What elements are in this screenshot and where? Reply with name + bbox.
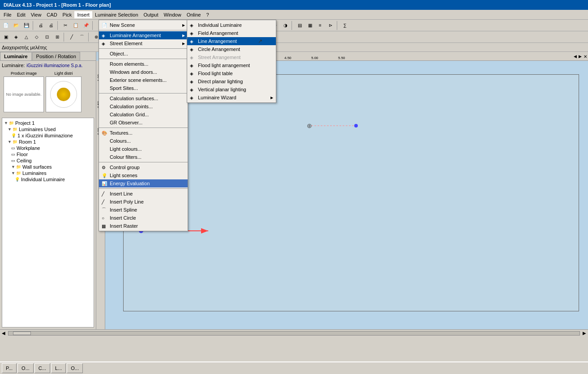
close-view-btn[interactable]: ✕ — [583, 53, 588, 60]
menu-room-el[interactable]: Room elements... — [99, 60, 188, 68]
scroll-track[interactable] — [8, 331, 580, 336]
submenu-indiv-lum[interactable]: ◈ Individual Luminaire — [187, 21, 276, 29]
tree-indiv-lum[interactable]: 💡 Individual Luminaire — [4, 176, 92, 183]
light-dist-label: Light distri — [54, 71, 73, 76]
tb-misc1[interactable]: ▤ — [295, 21, 305, 30]
menu-lumsel[interactable]: Luminaire Selection — [92, 11, 141, 18]
tb-new[interactable]: 📄 — [1, 21, 11, 30]
tree-ceiling[interactable]: ▭ Ceiling — [4, 157, 92, 164]
taskbar-o-btn[interactable]: O... — [17, 363, 34, 373]
tb2-line[interactable]: ╱ — [67, 32, 77, 42]
tb-open[interactable]: 📂 — [11, 21, 21, 30]
insert-circle-icon: ○ — [102, 216, 104, 221]
scroll-right-btn[interactable]: ▶ — [581, 331, 588, 336]
nav-right-arrow[interactable]: ▶ — [578, 53, 583, 60]
scroll-thumb[interactable] — [13, 332, 31, 335]
menu-lum-arr[interactable]: ◈ Luminaire Arrangement — [99, 31, 188, 39]
tb-misc4[interactable]: ⊳ — [326, 21, 335, 30]
menu-light-col[interactable]: Light colours... — [99, 145, 188, 153]
menu-view[interactable]: View — [28, 11, 44, 18]
tree-iguzzini[interactable]: 💡 1 x iGuzzini illuminazione — [4, 132, 92, 139]
sep3 — [99, 59, 188, 59]
menu-col-filters[interactable]: Colour filters... — [99, 153, 188, 161]
tb-misc2[interactable]: ▦ — [305, 21, 315, 30]
submenu-flood-tbl[interactable]: ◈ Flood light table — [187, 69, 276, 77]
menu-window[interactable]: Window — [161, 11, 184, 18]
lum-arr-submenu: ◈ Individual Luminaire ◈ Field Arrangeme… — [187, 20, 276, 103]
tree-room1[interactable]: ▼ 📁 Room 1 — [4, 139, 92, 145]
taskbar-l-btn[interactable]: L... — [51, 363, 66, 373]
menu-sport-sites[interactable]: Sport Sites... — [99, 84, 188, 92]
menu-edit[interactable]: Edit — [14, 11, 28, 18]
tab-position-rotation[interactable]: Position / Rotation — [32, 52, 80, 60]
tree-luminaires-grp[interactable]: ▼ 📁 Luminaires — [4, 170, 92, 176]
toolbar-row-1: 📄 📂 💾 🖨 🖨 ✂ 📋 📌 ↩ ↪ 🔍 🔍 ⊞ ⊡ ⬡ ⬜ ◧ ↖ ✛ ↻ … — [0, 20, 588, 31]
tb-calc[interactable]: ∑ — [340, 21, 350, 30]
menu-calc-grid[interactable]: Calculation Grid... — [99, 110, 188, 119]
menu-new-scene[interactable]: 📄 New Scene — [99, 21, 188, 29]
menu-calc-pts[interactable]: Calculation points... — [99, 102, 188, 110]
tb-light2[interactable]: ◑ — [280, 21, 290, 30]
menu-ext-scene[interactable]: Exterior scene elements... — [99, 76, 188, 84]
tree-workplane[interactable]: ▭ Workplane — [4, 145, 92, 151]
tb2-curve[interactable]: ⌒ — [77, 32, 87, 42]
submenu-direct-plan[interactable]: ◈ Direct planar lighting — [187, 77, 276, 85]
menu-online[interactable]: Online — [184, 11, 204, 18]
menu-win-doors[interactable]: Windows and doors... — [99, 68, 188, 76]
tb-print[interactable]: 🖨 — [36, 21, 46, 30]
menu-output[interactable]: Output — [141, 11, 161, 18]
direct-plan-icon: ◈ — [190, 79, 193, 84]
sep5 — [99, 128, 188, 128]
tree-lum-used[interactable]: ▼ 📁 Luminaires Used — [4, 126, 92, 132]
tb2-snap2[interactable]: ◈ — [11, 32, 21, 42]
tb-print2[interactable]: 🖨 — [46, 21, 56, 30]
tb2-snap5[interactable]: ⊡ — [42, 32, 52, 42]
bottom-scrollbar[interactable]: ◀ ▶ — [0, 329, 588, 336]
submenu-field-arr[interactable]: ◈ Field Arrangement — [187, 29, 276, 37]
tb2-snap4[interactable]: ◇ — [32, 32, 42, 42]
light-dist-inner — [57, 88, 70, 101]
menu-insert-raster[interactable]: ▦ Insert Raster — [99, 222, 188, 230]
menu-gr-obs[interactable]: GR Observer... — [99, 119, 188, 127]
menu-insert[interactable]: Insert — [74, 11, 92, 18]
menu-pick[interactable]: Pick — [60, 11, 75, 18]
submenu-circle-arr[interactable]: ◈ Circle Arrangement — [187, 45, 276, 53]
tb2-snap3[interactable]: △ — [21, 32, 31, 42]
taskbar-p-btn[interactable]: P... — [2, 363, 17, 373]
tb-copy[interactable]: 📋 — [71, 21, 81, 30]
menu-object[interactable]: Object... — [99, 50, 188, 58]
menu-energy-eval[interactable]: 📊 Energy Evaluation — [99, 179, 188, 187]
tb-save[interactable]: 💾 — [21, 21, 31, 30]
tb2-snap1[interactable]: ▣ — [1, 32, 11, 42]
menu-textures[interactable]: 🎨 Textures... — [99, 129, 188, 137]
taskbar-o2-btn[interactable]: O... — [67, 363, 83, 373]
taskbar-c-btn[interactable]: C... — [34, 363, 50, 373]
menu-colours[interactable]: Colours... — [99, 137, 188, 145]
tree-floor[interactable]: ▭ Floor — [4, 151, 92, 157]
submenu-flood-arr[interactable]: ◈ Flood light arrangement — [187, 61, 276, 69]
menu-insert-line[interactable]: ╱ Insert Line — [99, 190, 188, 198]
menu-cad[interactable]: CAD — [44, 11, 60, 18]
tb-cut[interactable]: ✂ — [60, 21, 70, 30]
scroll-left-btn[interactable]: ◀ — [0, 331, 7, 336]
ctrl-grp-icon: ⚙ — [102, 165, 106, 170]
menu-insert-spline[interactable]: ⌒ Insert Spline — [99, 206, 188, 214]
menu-street-el[interactable]: ◈ Street Element — [99, 39, 188, 47]
menu-help[interactable]: ? — [203, 11, 211, 18]
submenu-vert-plan[interactable]: ◈ Vertical planar lighting — [187, 85, 276, 94]
tree-project1[interactable]: ▼ 📁 Project 1 — [4, 120, 92, 126]
menu-insert-poly[interactable]: ╱ Insert Poly Line — [99, 198, 188, 206]
menu-file[interactable]: File — [1, 11, 14, 18]
menu-light-scenes[interactable]: 💡 Light scenes — [99, 171, 188, 179]
menu-calc-surf[interactable]: Calculation surfaces... — [99, 94, 188, 102]
tb2-snap6[interactable]: ⊞ — [52, 32, 62, 42]
menu-ctrl-grp[interactable]: ⚙ Control group — [99, 163, 188, 171]
submenu-line-arr[interactable]: ◈ Line Arrangement ↗ — [187, 37, 276, 45]
menu-insert-circle[interactable]: ○ Insert Circle — [99, 214, 188, 222]
tree-wall-surf[interactable]: ▼ 📁 Wall surfaces — [4, 164, 92, 170]
tab-luminaire[interactable]: Luminaire — [0, 52, 32, 60]
tb-paste[interactable]: 📌 — [81, 21, 91, 30]
submenu-lum-wiz[interactable]: ◈ Luminaire Wizard — [187, 94, 276, 102]
nav-left-arrow[interactable]: ◀ — [573, 53, 578, 60]
tb-misc3[interactable]: ≡ — [315, 21, 325, 30]
